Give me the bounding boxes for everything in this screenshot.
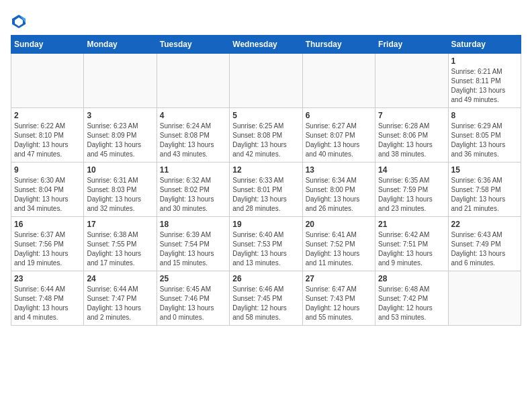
day-number: 16	[14, 220, 81, 229]
calendar-cell: 11Sunrise: 6:32 AM Sunset: 8:02 PM Dayli…	[157, 163, 229, 217]
day-number: 11	[160, 165, 226, 175]
day-number: 20	[306, 220, 372, 229]
day-number: 28	[378, 274, 445, 283]
day-number: 1	[451, 56, 518, 66]
calendar-week-row: 9Sunrise: 6:30 AM Sunset: 8:04 PM Daylig…	[11, 163, 521, 217]
calendar-cell: 18Sunrise: 6:39 AM Sunset: 7:54 PM Dayli…	[157, 217, 229, 271]
day-number: 18	[160, 220, 226, 229]
day-info: Sunrise: 6:30 AM Sunset: 8:04 PM Dayligh…	[14, 176, 81, 214]
day-info: Sunrise: 6:39 AM Sunset: 7:54 PM Dayligh…	[160, 230, 226, 268]
day-number: 5	[232, 111, 299, 120]
day-info: Sunrise: 6:28 AM Sunset: 8:06 PM Dayligh…	[378, 122, 445, 159]
calendar-cell: 20Sunrise: 6:41 AM Sunset: 7:52 PM Dayli…	[302, 217, 375, 271]
calendar-cell	[448, 271, 521, 326]
day-number: 14	[378, 165, 445, 175]
calendar-cell: 23Sunrise: 6:44 AM Sunset: 7:48 PM Dayli…	[11, 271, 84, 326]
day-info: Sunrise: 6:31 AM Sunset: 8:03 PM Dayligh…	[87, 176, 153, 214]
logo-icon	[11, 13, 27, 30]
day-info: Sunrise: 6:41 AM Sunset: 7:52 PM Dayligh…	[306, 230, 372, 268]
calendar-cell: 8Sunrise: 6:29 AM Sunset: 8:05 PM Daylig…	[448, 108, 521, 163]
day-info: Sunrise: 6:47 AM Sunset: 7:43 PM Dayligh…	[306, 285, 372, 322]
logo	[11, 13, 30, 30]
day-header-sunday: Sunday	[11, 36, 84, 54]
day-number: 3	[87, 111, 153, 120]
day-info: Sunrise: 6:23 AM Sunset: 8:09 PM Dayligh…	[87, 122, 153, 159]
day-number: 26	[232, 274, 299, 283]
calendar-week-row: 1Sunrise: 6:21 AM Sunset: 8:11 PM Daylig…	[11, 54, 521, 108]
day-info: Sunrise: 6:29 AM Sunset: 8:05 PM Dayligh…	[451, 122, 518, 159]
calendar-cell: 12Sunrise: 6:33 AM Sunset: 8:01 PM Dayli…	[230, 163, 302, 217]
day-info: Sunrise: 6:40 AM Sunset: 7:53 PM Dayligh…	[232, 230, 299, 268]
day-number: 17	[87, 220, 153, 229]
calendar-cell: 7Sunrise: 6:28 AM Sunset: 8:06 PM Daylig…	[375, 108, 448, 163]
calendar-cell: 15Sunrise: 6:36 AM Sunset: 7:58 PM Dayli…	[448, 163, 521, 217]
calendar-cell: 28Sunrise: 6:48 AM Sunset: 7:42 PM Dayli…	[375, 271, 448, 326]
day-header-wednesday: Wednesday	[230, 36, 302, 54]
calendar-cell: 2Sunrise: 6:22 AM Sunset: 8:10 PM Daylig…	[11, 108, 84, 163]
day-number: 25	[160, 274, 226, 283]
calendar-cell: 19Sunrise: 6:40 AM Sunset: 7:53 PM Dayli…	[230, 217, 302, 271]
calendar-cell: 16Sunrise: 6:37 AM Sunset: 7:56 PM Dayli…	[11, 217, 84, 271]
day-number: 21	[378, 220, 445, 229]
day-info: Sunrise: 6:21 AM Sunset: 8:11 PM Dayligh…	[451, 67, 518, 105]
page-header	[11, 11, 521, 30]
day-info: Sunrise: 6:35 AM Sunset: 7:59 PM Dayligh…	[378, 176, 445, 214]
day-number: 27	[306, 274, 372, 283]
day-number: 10	[87, 165, 153, 175]
day-info: Sunrise: 6:46 AM Sunset: 7:45 PM Dayligh…	[232, 285, 299, 322]
day-number: 6	[306, 111, 372, 120]
day-number: 24	[87, 274, 153, 283]
calendar-cell: 5Sunrise: 6:25 AM Sunset: 8:08 PM Daylig…	[230, 108, 302, 163]
calendar-cell: 22Sunrise: 6:43 AM Sunset: 7:49 PM Dayli…	[448, 217, 521, 271]
calendar-header-row: SundayMondayTuesdayWednesdayThursdayFrid…	[11, 36, 521, 54]
calendar-cell	[302, 54, 375, 108]
day-info: Sunrise: 6:22 AM Sunset: 8:10 PM Dayligh…	[14, 122, 81, 159]
day-header-tuesday: Tuesday	[157, 36, 229, 54]
day-info: Sunrise: 6:33 AM Sunset: 8:01 PM Dayligh…	[232, 176, 299, 214]
calendar-cell	[84, 54, 157, 108]
day-number: 15	[451, 165, 518, 175]
calendar-cell: 24Sunrise: 6:44 AM Sunset: 7:47 PM Dayli…	[84, 271, 157, 326]
calendar-cell: 6Sunrise: 6:27 AM Sunset: 8:07 PM Daylig…	[302, 108, 375, 163]
calendar-week-row: 23Sunrise: 6:44 AM Sunset: 7:48 PM Dayli…	[11, 271, 521, 326]
calendar-cell: 3Sunrise: 6:23 AM Sunset: 8:09 PM Daylig…	[84, 108, 157, 163]
day-info: Sunrise: 6:25 AM Sunset: 8:08 PM Dayligh…	[232, 122, 299, 159]
calendar-cell: 9Sunrise: 6:30 AM Sunset: 8:04 PM Daylig…	[11, 163, 84, 217]
day-number: 9	[14, 165, 81, 175]
day-info: Sunrise: 6:48 AM Sunset: 7:42 PM Dayligh…	[378, 285, 445, 322]
calendar-week-row: 2Sunrise: 6:22 AM Sunset: 8:10 PM Daylig…	[11, 108, 521, 163]
day-info: Sunrise: 6:36 AM Sunset: 7:58 PM Dayligh…	[451, 176, 518, 214]
calendar-cell: 13Sunrise: 6:34 AM Sunset: 8:00 PM Dayli…	[302, 163, 375, 217]
day-header-saturday: Saturday	[448, 36, 521, 54]
day-number: 4	[160, 111, 226, 120]
day-number: 7	[378, 111, 445, 120]
day-number: 2	[14, 111, 81, 120]
day-header-thursday: Thursday	[302, 36, 375, 54]
day-number: 12	[232, 165, 299, 175]
calendar-cell: 21Sunrise: 6:42 AM Sunset: 7:51 PM Dayli…	[375, 217, 448, 271]
calendar-table: SundayMondayTuesdayWednesdayThursdayFrid…	[11, 35, 521, 326]
day-info: Sunrise: 6:43 AM Sunset: 7:49 PM Dayligh…	[451, 230, 518, 268]
calendar-cell: 10Sunrise: 6:31 AM Sunset: 8:03 PM Dayli…	[84, 163, 157, 217]
day-info: Sunrise: 6:44 AM Sunset: 7:47 PM Dayligh…	[87, 285, 153, 322]
calendar-cell: 14Sunrise: 6:35 AM Sunset: 7:59 PM Dayli…	[375, 163, 448, 217]
day-number: 13	[306, 165, 372, 175]
calendar-cell	[375, 54, 448, 108]
day-info: Sunrise: 6:32 AM Sunset: 8:02 PM Dayligh…	[160, 176, 226, 214]
calendar-week-row: 16Sunrise: 6:37 AM Sunset: 7:56 PM Dayli…	[11, 217, 521, 271]
day-number: 23	[14, 274, 81, 283]
calendar-cell: 4Sunrise: 6:24 AM Sunset: 8:08 PM Daylig…	[157, 108, 229, 163]
calendar-cell	[230, 54, 302, 108]
calendar-cell	[11, 54, 84, 108]
day-info: Sunrise: 6:24 AM Sunset: 8:08 PM Dayligh…	[160, 122, 226, 159]
calendar-cell	[157, 54, 229, 108]
day-number: 19	[232, 220, 299, 229]
day-info: Sunrise: 6:44 AM Sunset: 7:48 PM Dayligh…	[14, 285, 81, 322]
calendar-cell: 25Sunrise: 6:45 AM Sunset: 7:46 PM Dayli…	[157, 271, 229, 326]
day-header-monday: Monday	[84, 36, 157, 54]
calendar-cell: 27Sunrise: 6:47 AM Sunset: 7:43 PM Dayli…	[302, 271, 375, 326]
calendar-cell: 1Sunrise: 6:21 AM Sunset: 8:11 PM Daylig…	[448, 54, 521, 108]
calendar-cell: 26Sunrise: 6:46 AM Sunset: 7:45 PM Dayli…	[230, 271, 302, 326]
day-number: 8	[451, 111, 518, 120]
calendar-cell: 17Sunrise: 6:38 AM Sunset: 7:55 PM Dayli…	[84, 217, 157, 271]
